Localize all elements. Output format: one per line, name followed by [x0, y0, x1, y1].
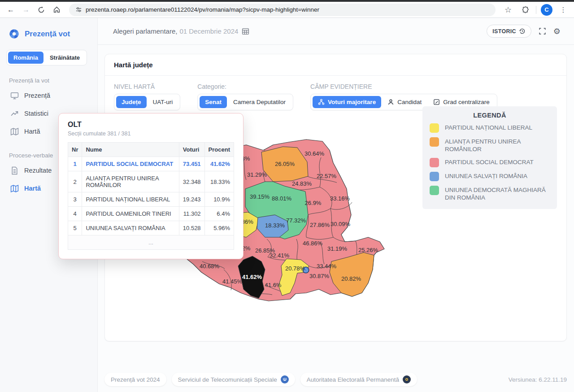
history-icon — [519, 28, 526, 35]
sidebar-item-label: Prezență — [24, 92, 50, 99]
home-icon — [53, 6, 61, 13]
table-cell: 5.96% — [204, 221, 234, 235]
table-cell: 18.33% — [204, 171, 234, 192]
county-percentage-label: 88.01% — [272, 195, 292, 202]
option-label: Grad centralizare — [443, 99, 490, 105]
settings-gear-icon[interactable]: ⚙ — [553, 26, 561, 36]
option-senat[interactable]: Senat — [200, 96, 227, 108]
column-header-voturi: Voturi — [179, 143, 204, 157]
county-percentage-label: 30.87% — [309, 273, 330, 279]
footer-pill-prezen-vot-2024[interactable]: Prezență vot 2024 — [104, 373, 166, 386]
legend-party-label: PARTIDUL SOCIAL DEMOCRAT — [445, 158, 534, 166]
legend-item: PARTIDUL NAȚIONAL LIBERAL — [430, 123, 550, 133]
table-cell: 5 — [68, 221, 82, 235]
election-title: Alegeri parlamentare, — [113, 27, 177, 35]
map-legend: LEGENDĂ PARTIDUL NAȚIONAL LIBERALALIANȚA… — [422, 106, 557, 209]
county-results-table: NrNumeVoturiProcent 1PARTIDUL SOCIAL DEM… — [68, 142, 234, 250]
option-label: Județe — [122, 99, 141, 105]
county-percentage-label: 22.57% — [317, 173, 337, 179]
control-group-label: Categorie: — [197, 83, 293, 90]
election-date: 01 Decembrie 2024 — [179, 27, 238, 35]
table-cell: 4 — [68, 207, 82, 221]
table-cell: 19.243 — [179, 192, 204, 207]
legend-color-swatch — [430, 123, 439, 133]
country-tab-strainatate[interactable]: Străinătate — [44, 52, 85, 64]
county-percentage-label: 25.26% — [358, 247, 378, 253]
table-cell: 41.62% — [204, 157, 234, 171]
table-cell: PARTIDUL OAMENILOR TINERI — [82, 207, 179, 221]
table-cell: 32.348 — [179, 171, 204, 192]
option-camera-deputatilor[interactable]: Camera Deputatilor — [228, 96, 291, 108]
table-cell: 3 — [68, 192, 82, 207]
control-group: NIVEL HARTĂJudețeUAT-uri — [114, 83, 180, 110]
home-button[interactable] — [50, 4, 63, 16]
puzzle-icon — [522, 6, 529, 13]
county-name: OLT — [68, 121, 234, 129]
option-voturi-majoritare[interactable]: Voturi majoritare — [313, 96, 381, 108]
more-rows-indicator[interactable]: ... — [68, 235, 234, 250]
option-uat-uri[interactable]: UAT-uri — [148, 96, 178, 108]
table-cell: 10.9% — [204, 192, 234, 207]
sidebar-item-label: Statistici — [24, 110, 48, 117]
bookmark-star-icon[interactable]: ☆ — [502, 4, 514, 16]
county-percentage-label: 26.05% — [275, 161, 295, 167]
county-percentage-label: 40.68% — [200, 263, 220, 270]
country-tab-romania[interactable]: România — [8, 52, 43, 64]
segmented-control: SenatCamera Deputatilor — [197, 94, 293, 110]
table-cell: 6.4% — [204, 207, 234, 221]
footer-pill-autoritatea-electoral-permanen[interactable]: Autoritatea Electorală Permanentă — [300, 373, 417, 386]
county-percentage-label: 77.32% — [286, 217, 306, 224]
profile-avatar[interactable]: C — [541, 4, 552, 16]
county-percentage-label: 32.41% — [270, 252, 290, 259]
fullscreen-icon[interactable] — [539, 27, 546, 35]
browser-menu-icon[interactable]: ⋮ — [557, 4, 570, 16]
istoric-button[interactable]: ISTORIC — [487, 25, 531, 38]
table-cell: PARTIDUL NAȚIONAL LIBERAL — [82, 192, 179, 207]
county-percentage-label: 26.9% — [305, 200, 322, 206]
table-cell: UNIUNEA SALVAȚI ROMÂNIA — [82, 221, 179, 235]
country-toggle: RomâniaStrăinătate — [6, 50, 87, 65]
county-percentage-label: 33.44% — [317, 263, 337, 270]
sidebar-item-label: Rezultate — [24, 167, 52, 174]
table-cell: 11.302 — [179, 207, 204, 221]
footer-pill-label: Prezență vot 2024 — [111, 376, 160, 383]
table-cell: 73.451 — [179, 157, 204, 171]
reload-icon — [38, 6, 45, 13]
county-percentage-label: 18.33% — [265, 222, 285, 229]
table-cell: 2 — [68, 171, 82, 192]
sidebar-item-label: Hartă — [24, 185, 41, 192]
edit-icon — [433, 99, 440, 105]
address-bar[interactable]: prezenta.roaep.ro/parlamentare01122024/p… — [69, 4, 496, 16]
option-candidat[interactable]: Candidat — [382, 96, 427, 108]
forward-button[interactable]: → — [20, 4, 32, 16]
reload-button[interactable] — [35, 4, 48, 16]
footer-pill-serviciul-de-telecomunica-ii-s[interactable]: Serviciul de Telecomunicații Speciale — [172, 373, 295, 386]
county-percentage-label: 39.15% — [250, 193, 270, 200]
county-percentage-label: 27.86% — [310, 222, 330, 228]
legend-item: ALIANȚA PENTRU UNIREA ROMÂNILOR — [430, 137, 550, 153]
table-row: 3PARTIDUL NAȚIONAL LIBERAL19.24310.9% — [68, 192, 234, 207]
extensions-icon[interactable] — [519, 4, 531, 16]
person-icon — [387, 99, 394, 105]
footer: Prezență vot 2024Serviciul de Telecomuni… — [104, 373, 567, 386]
legend-title: LEGENDĂ — [430, 112, 550, 119]
table-cell: PARTIDUL SOCIAL DEMOCRAT — [82, 157, 179, 171]
version-text: Versiunea: 6.22.11.19 — [509, 376, 567, 383]
legend-color-swatch — [430, 158, 439, 167]
page-header: Alegeri parlamentare, 01 Decembrie 2024 … — [98, 18, 574, 45]
app-logo[interactable]: Prezență vot — [6, 27, 91, 40]
segmented-control: JudețeUAT-uri — [114, 94, 180, 110]
county-percentage-label: 33.16% — [330, 195, 350, 202]
browser-toolbar: ← → prezenta.roaep.ro/parlamentare011220… — [0, 2, 574, 18]
option-jude-e[interactable]: Județe — [116, 96, 147, 108]
column-header-nr: Nr — [68, 143, 82, 157]
sidebar-item-prezen[interactable]: Prezență — [6, 87, 91, 105]
sts-logo-icon — [281, 375, 289, 383]
option-label: Senat — [205, 99, 222, 105]
table-cell: ALIANȚA PENTRU UNIREA ROMÂNILOR — [82, 171, 179, 192]
option-label: Candidat — [397, 99, 422, 105]
aep-logo-icon — [403, 375, 411, 383]
county-percentage-label: 31.19% — [327, 245, 348, 252]
footer-pill-label: Autoritatea Electorală Permanentă — [307, 376, 399, 383]
back-button[interactable]: ← — [4, 4, 17, 16]
